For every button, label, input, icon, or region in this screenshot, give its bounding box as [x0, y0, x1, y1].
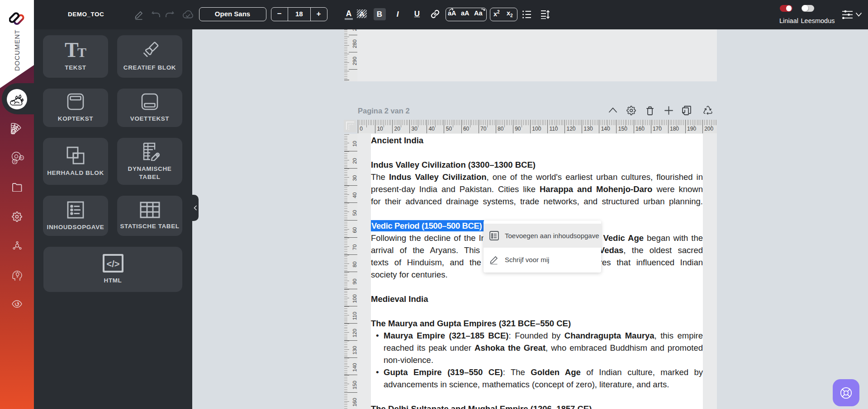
svg-text:</>: </> [106, 259, 119, 269]
svg-text:H: H [14, 160, 15, 163]
svg-text:A: A [359, 10, 364, 18]
svg-text:T: T [77, 45, 86, 60]
svg-text:H: H [20, 156, 22, 159]
svg-text:T: T [65, 42, 79, 60]
